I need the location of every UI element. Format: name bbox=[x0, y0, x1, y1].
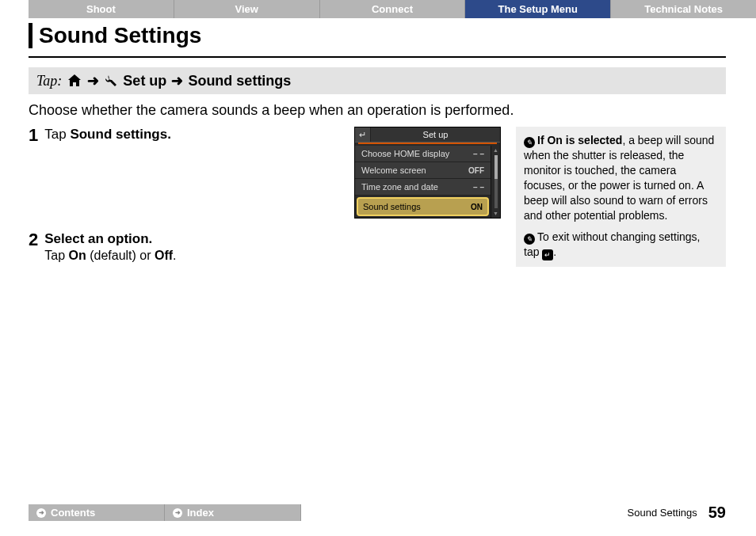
tap-label: Tap: bbox=[36, 73, 62, 89]
step2-prefix: Tap bbox=[44, 249, 68, 262]
screen-title: Set up bbox=[371, 128, 500, 141]
top-tabs: Shoot View Connect The Setup Menu Techni… bbox=[29, 0, 756, 18]
screen-row-label: Sound settings bbox=[363, 202, 421, 211]
step1-prefix: Tap bbox=[44, 127, 70, 142]
note1-strong: If On is selected bbox=[537, 134, 622, 146]
note1-rest: , a beep will sound when the shutter is … bbox=[524, 134, 714, 222]
pencil-icon: ✎ bbox=[524, 234, 535, 245]
scroll-up-icon: ▲ bbox=[493, 147, 498, 153]
screen-scrollbar: ▲ ▼ bbox=[491, 146, 500, 218]
screen-list: Choose HOME display – – Welcome screen O… bbox=[355, 146, 491, 218]
arrow-circle-icon: ➜ bbox=[36, 508, 46, 518]
intro-text: Choose whether the camera sounds a beep … bbox=[29, 102, 726, 119]
tab-shoot[interactable]: Shoot bbox=[29, 0, 174, 18]
arrow-circle-icon: ➜ bbox=[173, 508, 182, 518]
footer-contents-button[interactable]: ➜ Contents bbox=[29, 504, 165, 521]
wrench-icon bbox=[104, 73, 118, 89]
arrow-icon: ➜ bbox=[87, 72, 99, 89]
scroll-track bbox=[494, 155, 498, 208]
step2-strong: Select an option. bbox=[44, 231, 152, 246]
screen-row: Choose HOME display – – bbox=[355, 146, 491, 162]
tab-view[interactable]: View bbox=[174, 0, 320, 18]
note2-end: . bbox=[553, 245, 556, 258]
screen-row-label: Time zone and date bbox=[361, 182, 438, 192]
screen-back-icon: ↵ bbox=[355, 127, 371, 142]
screen-row-label: Choose HOME display bbox=[361, 149, 449, 158]
step2-off: Off bbox=[155, 249, 173, 262]
scroll-down-icon: ▼ bbox=[493, 211, 498, 216]
screen-row: Time zone and date – – bbox=[355, 179, 491, 196]
camera-screen: ↵ Set up Choose HOME display – – Welcome… bbox=[354, 127, 501, 219]
step-1: 1 Tap Sound settings. bbox=[29, 127, 343, 144]
home-icon bbox=[67, 73, 82, 89]
back-inline-icon: ↵ bbox=[542, 249, 553, 260]
page-title: Sound Settings bbox=[29, 23, 726, 48]
screen-row-value: ON bbox=[471, 203, 483, 211]
scroll-thumb bbox=[494, 155, 498, 179]
footer-contents-label: Contents bbox=[51, 507, 95, 519]
tab-connect[interactable]: Connect bbox=[320, 0, 466, 18]
tab-technical-notes[interactable]: Technical Notes bbox=[611, 0, 756, 18]
step-number: 1 bbox=[29, 127, 38, 144]
step2-mid: (default) or bbox=[86, 249, 155, 262]
footer-index-button[interactable]: ➜ Index bbox=[165, 504, 301, 521]
footer-index-label: Index bbox=[187, 507, 214, 519]
breadcrumb-sound-settings: Sound settings bbox=[188, 73, 291, 89]
screen-divider bbox=[358, 143, 497, 144]
screen-row-label: Welcome screen bbox=[361, 165, 426, 175]
screen-row-highlighted: Sound settings ON bbox=[357, 197, 489, 216]
breadcrumb: Tap: ➜ Set up ➜ Sound settings bbox=[29, 67, 726, 94]
screen-row: Welcome screen OFF bbox=[355, 162, 491, 179]
screen-row-value: OFF bbox=[468, 166, 484, 175]
step1-strong: Sound settings. bbox=[70, 127, 171, 142]
title-divider bbox=[29, 56, 726, 58]
pencil-icon: ✎ bbox=[524, 137, 535, 148]
step2-end: . bbox=[173, 249, 176, 262]
screen-row-value: – – bbox=[473, 150, 484, 158]
breadcrumb-setup: Set up bbox=[123, 73, 166, 89]
note-box: ✎If On is selected, a beep will sound wh… bbox=[516, 127, 726, 267]
tab-setup-menu[interactable]: The Setup Menu bbox=[465, 0, 611, 18]
step-2: 2 Select an option. Tap On (default) or … bbox=[29, 231, 343, 263]
screen-row-value: – – bbox=[473, 183, 484, 192]
step2-on: On bbox=[69, 249, 86, 262]
footer: ➜ Contents ➜ Index Sound Settings 59 bbox=[29, 504, 726, 522]
footer-caption: Sound Settings bbox=[628, 507, 697, 519]
arrow-icon: ➜ bbox=[171, 72, 183, 89]
step-number: 2 bbox=[29, 231, 38, 263]
page-number: 59 bbox=[708, 504, 726, 522]
